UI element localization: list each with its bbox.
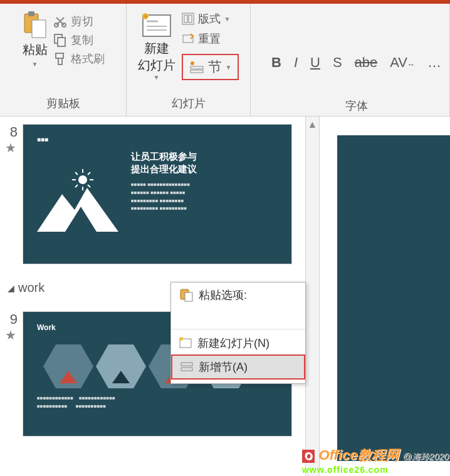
format-painter-label: 格式刷 bbox=[71, 51, 105, 66]
svg-point-20 bbox=[78, 175, 87, 184]
ctx-new-slide[interactable]: 新建幻灯片(N) bbox=[171, 332, 305, 354]
svg-rect-30 bbox=[185, 292, 192, 301]
slide-number: 8 bbox=[5, 124, 18, 140]
svg-rect-43 bbox=[181, 368, 192, 371]
svg-rect-14 bbox=[184, 15, 187, 23]
svg-line-25 bbox=[75, 172, 78, 175]
paste-icon bbox=[179, 287, 194, 303]
section-icon bbox=[180, 360, 194, 374]
chevron-down-icon: ▼ bbox=[226, 64, 232, 71]
layout-label: 版式 bbox=[198, 11, 221, 26]
svg-point-41 bbox=[179, 337, 183, 341]
svg-line-28 bbox=[88, 172, 90, 175]
paste-button[interactable]: 粘贴 ▼ bbox=[22, 11, 48, 68]
svg-rect-16 bbox=[183, 35, 193, 43]
underline-button[interactable]: U bbox=[310, 54, 320, 71]
svg-rect-42 bbox=[181, 363, 192, 366]
clipboard-group: 粘贴 ▼ 剪切 复制 格式刷 剪贴板 bbox=[0, 4, 127, 116]
ctx-add-section[interactable]: 新增节(A) bbox=[171, 354, 305, 380]
copy-icon bbox=[53, 33, 67, 47]
scissors-icon bbox=[53, 14, 67, 28]
copy-button[interactable]: 复制 bbox=[53, 33, 105, 48]
svg-rect-7 bbox=[56, 53, 63, 58]
cut-label: 剪切 bbox=[71, 14, 93, 29]
watermark: O Office教程网 @海玲2020 www.office26.com bbox=[302, 446, 449, 475]
svg-line-27 bbox=[75, 185, 78, 187]
font-group-label: 字体 bbox=[345, 96, 368, 116]
slide-body-text: ■■■■■ ■■■■■■■■■■■■■■■■■■■■ ■■■■■■ ■■■■■■… bbox=[131, 181, 278, 213]
sun-icon bbox=[72, 169, 93, 190]
reset-icon bbox=[182, 33, 194, 45]
paste-options-label: 粘贴选项: bbox=[171, 286, 305, 304]
brush-icon bbox=[53, 52, 67, 66]
slide-number: 9 bbox=[5, 311, 18, 328]
clipboard-group-label: 剪贴板 bbox=[46, 93, 80, 113]
slide-body-text: ■■■■■■■■■■■■ ■■■■■■■■■■■■■■■■■■■■■■ ■■■■… bbox=[37, 395, 278, 411]
slide-8-thumb[interactable]: ■■■ 让员工积极参与提出合理化建议 ■■■■■ ■■■■■■■■■■■■■■■… bbox=[23, 124, 292, 264]
separator bbox=[171, 329, 305, 329]
font-group: B I U S abe AV↔ … 字体 bbox=[251, 4, 450, 116]
ribbon: 粘贴 ▼ 剪切 复制 格式刷 剪贴板 bbox=[0, 4, 450, 116]
shadow-button[interactable]: S bbox=[333, 54, 342, 71]
new-slide-icon bbox=[139, 11, 174, 40]
animation-star-icon: ★ bbox=[5, 328, 18, 343]
layout-button[interactable]: 版式▼ bbox=[182, 11, 239, 26]
new-slide-label: 新建 幻灯片 bbox=[138, 40, 175, 74]
slides-group: 新建 幻灯片 ▼ 版式▼ 重置 节 bbox=[127, 4, 251, 116]
svg-rect-15 bbox=[189, 15, 192, 23]
new-slide-icon bbox=[179, 336, 192, 350]
new-slide-button[interactable]: 新建 幻灯片 ▼ bbox=[138, 11, 175, 81]
section-name: work bbox=[18, 281, 44, 295]
collapse-icon: ◢ bbox=[8, 283, 14, 293]
paste-icon bbox=[22, 11, 48, 39]
svg-rect-6 bbox=[58, 38, 65, 46]
scroll-up-icon[interactable]: ▲ bbox=[308, 119, 318, 130]
reset-button[interactable]: 重置 bbox=[182, 31, 239, 46]
spacing-button[interactable]: AV↔ bbox=[390, 54, 415, 71]
slide-title-1: 让员工积极参与 bbox=[131, 151, 197, 162]
animation-star-icon: ★ bbox=[5, 140, 18, 155]
scrollbar[interactable]: ▲ bbox=[305, 116, 320, 476]
svg-rect-1 bbox=[28, 11, 34, 16]
slide-title-2: 提出合理化建议 bbox=[131, 163, 197, 174]
italic-button[interactable]: I bbox=[294, 54, 298, 71]
strike-button[interactable]: abe bbox=[355, 54, 378, 71]
section-label: 节 bbox=[208, 58, 222, 76]
more-button[interactable]: … bbox=[427, 54, 441, 71]
context-menu: 粘贴选项: a A 新建幻灯片(N) 新增节(A) bbox=[170, 282, 306, 384]
chevron-down-icon: ▼ bbox=[154, 74, 160, 81]
slides-group-label: 幻灯片 bbox=[172, 93, 206, 113]
section-button[interactable]: 节 ▼ bbox=[182, 54, 239, 80]
svg-point-17 bbox=[191, 61, 194, 65]
chevron-down-icon: ▼ bbox=[224, 16, 231, 23]
section-icon bbox=[189, 60, 204, 74]
layout-icon bbox=[182, 13, 194, 25]
bold-button[interactable]: B bbox=[271, 54, 281, 71]
paste-label: 粘贴 bbox=[23, 41, 48, 58]
current-slide[interactable] bbox=[337, 135, 450, 461]
slide-editor[interactable] bbox=[320, 116, 450, 476]
reset-label: 重置 bbox=[198, 31, 221, 46]
slide-8-row[interactable]: 8 ★ ■■■ 让员工积极参与提出合理化建议 ■■■■■ ■■■■■■■■■■■… bbox=[5, 124, 305, 264]
cut-button[interactable]: 剪切 bbox=[53, 14, 105, 29]
svg-rect-19 bbox=[191, 70, 203, 73]
svg-rect-18 bbox=[191, 66, 203, 69]
copy-label: 复制 bbox=[71, 33, 93, 48]
format-painter-button[interactable]: 格式刷 bbox=[53, 51, 105, 66]
svg-rect-2 bbox=[32, 20, 46, 38]
chevron-down-icon: ▼ bbox=[32, 61, 38, 68]
svg-line-26 bbox=[88, 185, 90, 187]
